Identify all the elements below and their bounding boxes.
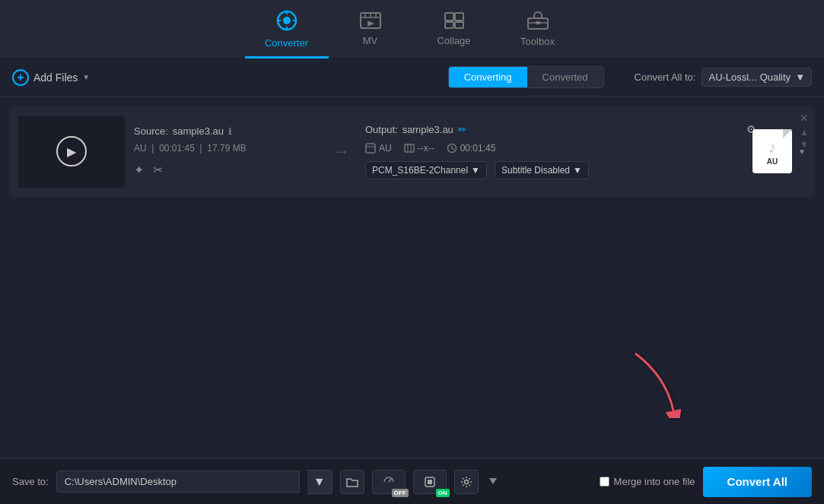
item-close-button[interactable]: ✕ (800, 112, 809, 124)
item-down-arrow[interactable]: ▼ (800, 139, 809, 150)
converting-converted-toggle: Converting Converted (448, 66, 604, 88)
music-note-icon: ♪ (768, 138, 777, 157)
convert-all-to-section: Convert All to: AU-Lossl... Quality ▼ (635, 68, 812, 87)
save-path-dropdown[interactable]: ▼ (307, 470, 332, 494)
format-icon-box: ♪ AU (752, 129, 792, 173)
file-actions: ✦ ✂ (134, 163, 317, 177)
svg-line-26 (452, 148, 454, 150)
output-section: Output: sample3.au ✏ AU --x-- 00:01:45 (365, 124, 743, 179)
svg-point-31 (464, 480, 468, 483)
output-format-item: AU (365, 143, 392, 154)
svg-rect-30 (428, 480, 432, 484)
subtitle-select[interactable]: Subtitle Disabled ▼ (495, 161, 589, 179)
tab-collage-label: Collage (437, 35, 470, 46)
output-duration: 00:01:45 (460, 143, 496, 154)
output-format: AU (379, 143, 392, 154)
info-icon[interactable]: ℹ (228, 126, 232, 137)
subtitle-dropdown-icon: ▼ (573, 165, 582, 176)
item-up-arrow[interactable]: ▲ (800, 127, 809, 138)
main-content: ▶ Source: sample3.au ℹ AU | 00:01:45 | 1… (0, 97, 824, 206)
tab-toolbox[interactable]: Toolbox (496, 0, 580, 59)
source-name: sample3.au (173, 125, 224, 137)
format-icon-label: AU (767, 157, 778, 166)
source-row: Source: sample3.au ℹ (134, 125, 317, 137)
output-name: sample3.au (402, 124, 453, 135)
svg-rect-14 (445, 22, 453, 28)
svg-line-28 (389, 479, 391, 482)
output-label: Output: (365, 124, 398, 135)
edit-icon[interactable]: ✏ (458, 124, 466, 135)
speed-mode-button[interactable]: OFF (372, 470, 406, 494)
source-label: Source: (134, 125, 168, 137)
hardware-accel-button[interactable]: ON (413, 470, 447, 494)
file-duration: 00:01:45 (159, 143, 195, 154)
svg-rect-12 (445, 13, 453, 21)
output-duration-item: 00:01:45 (447, 143, 496, 154)
tab-converter-label: Converter (265, 37, 308, 49)
file-meta: AU | 00:01:45 | 17.79 MB (134, 143, 317, 154)
scissors-icon[interactable]: ✂ (153, 163, 163, 177)
star-icon[interactable]: ✦ (134, 163, 144, 177)
item-nav-arrows: ▲ ▼ (800, 127, 809, 151)
svg-rect-13 (455, 13, 463, 21)
audio-codec-value: PCM_S16BE-2Channel (372, 165, 468, 176)
tab-mv[interactable]: MV (329, 0, 412, 59)
add-files-dropdown-icon[interactable]: ▼ (82, 73, 90, 81)
codec-dropdown-icon: ▼ (471, 165, 480, 176)
cursor-arrow (624, 350, 685, 421)
svg-rect-15 (455, 22, 463, 28)
tab-toolbox-label: Toolbox (520, 36, 555, 47)
converting-tab[interactable]: Converting (449, 67, 527, 87)
file-format: AU (134, 143, 147, 154)
merge-label: Merge into one file (614, 476, 695, 487)
tab-converter[interactable]: Converter (245, 0, 329, 59)
output-row: AU --x-- 00:01:45 (365, 143, 743, 154)
add-files-button[interactable]: + Add Files ▼ (12, 69, 90, 86)
svg-marker-32 (489, 478, 497, 484)
merge-checkbox-section: Merge into one file (600, 476, 695, 487)
output-controls: PCM_S16BE-2Channel ▼ Subtitle Disabled ▼ (365, 161, 743, 179)
mv-icon (360, 12, 381, 32)
convert-all-quality-value: AU-Lossl... Quality (708, 71, 791, 83)
file-size: 17.79 MB (207, 143, 246, 154)
svg-rect-21 (405, 144, 414, 152)
output-header: Output: sample3.au ✏ (365, 124, 743, 135)
nav-tabs: Converter MV (245, 0, 580, 58)
save-to-label: Save to: (12, 476, 49, 487)
output-res-item: --x-- (404, 143, 434, 154)
output-resolution: --x-- (418, 143, 434, 154)
arrow-separator: → (326, 141, 356, 162)
convert-all-button[interactable]: Convert All (703, 467, 812, 497)
settings-button[interactable] (454, 470, 479, 494)
bottom-bar: Save to: ▼ OFF ON Merge into one file (0, 458, 824, 504)
converted-tab[interactable]: Converted (527, 67, 603, 87)
converter-icon (276, 10, 297, 34)
speed-off-badge: OFF (392, 489, 409, 497)
hw-on-badge: ON (436, 489, 450, 497)
top-nav: Converter MV (0, 0, 824, 59)
add-files-label: Add Files (33, 71, 78, 84)
save-path-input[interactable] (56, 471, 300, 493)
svg-point-1 (283, 17, 291, 24)
output-format-thumb: ⚙ ♪ AU ▼ (752, 129, 806, 173)
plus-circle-icon: + (12, 69, 29, 86)
svg-rect-18 (536, 21, 540, 24)
collage-icon (444, 12, 464, 32)
tab-mv-label: MV (363, 35, 378, 46)
svg-marker-11 (367, 21, 374, 27)
convert-all-select[interactable]: AU-Lossl... Quality ▼ (702, 68, 812, 87)
svg-rect-19 (366, 144, 375, 153)
settings-dropdown[interactable] (489, 475, 497, 489)
open-folder-button[interactable] (340, 470, 364, 494)
subtitle-value: Subtitle Disabled (501, 165, 570, 176)
file-thumbnail: ▶ (18, 116, 125, 188)
file-info: Source: sample3.au ℹ AU | 00:01:45 | 17.… (134, 125, 317, 177)
play-button[interactable]: ▶ (56, 136, 87, 166)
merge-checkbox[interactable] (600, 477, 609, 487)
audio-codec-select[interactable]: PCM_S16BE-2Channel ▼ (365, 161, 487, 179)
convert-all-dropdown-icon: ▼ (795, 71, 805, 83)
file-item: ▶ Source: sample3.au ℹ AU | 00:01:45 | 1… (9, 106, 815, 197)
toolbox-icon (527, 11, 549, 33)
tab-collage[interactable]: Collage (412, 0, 496, 59)
convert-all-to-label: Convert All to: (635, 71, 696, 83)
